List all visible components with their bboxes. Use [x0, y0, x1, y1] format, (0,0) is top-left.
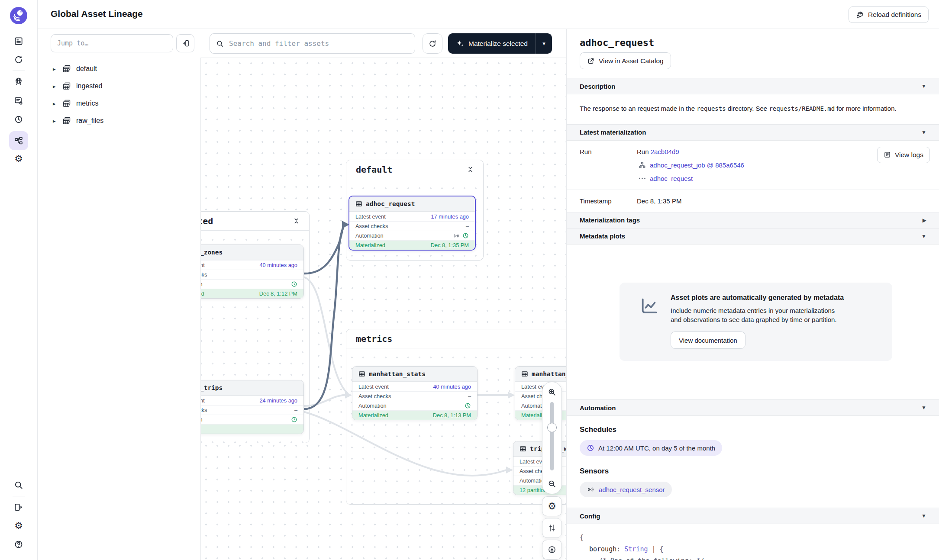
- download-image-button[interactable]: [542, 540, 562, 560]
- chevron-right-icon[interactable]: ▸: [53, 66, 59, 72]
- chevron-right-icon[interactable]: ▸: [53, 83, 59, 90]
- collapse-panel-button[interactable]: [176, 34, 194, 52]
- search-icon: [216, 40, 224, 48]
- run-row-label: Run: [567, 141, 627, 190]
- zoom-slider-track[interactable]: [550, 402, 554, 470]
- tree-item-ingested[interactable]: ▸ ingested: [37, 77, 200, 95]
- lineage-icon[interactable]: [13, 135, 24, 146]
- view-logs-label: View logs: [895, 151, 923, 159]
- chevron-down-icon: ▼: [921, 233, 926, 239]
- section-label: Description: [580, 83, 616, 90]
- tree-item-metrics[interactable]: ▸ metrics: [37, 95, 200, 112]
- view-documentation-label: View documentation: [679, 337, 737, 344]
- section-automation[interactable]: Automation ▼: [567, 399, 939, 416]
- schedules-heading: Schedules: [580, 425, 926, 434]
- view-logs-button[interactable]: View logs: [877, 147, 930, 163]
- filters-icon: [548, 524, 556, 532]
- schedule-label: At 12:00 AM UTC, on day 5 of the month: [598, 444, 715, 452]
- materialize-main[interactable]: Materialize selected: [448, 33, 536, 54]
- asset-node-taxi-zones[interactable]: taxi_zones Latest event40 minutes ago As…: [200, 245, 304, 299]
- view-documentation-button[interactable]: View documentation: [671, 331, 745, 349]
- row-label: Latest event: [355, 213, 386, 220]
- edge-zones-stats: [303, 277, 348, 393]
- tree-item-default[interactable]: ▸ default: [37, 60, 200, 77]
- asset-search-input[interactable]: [228, 39, 409, 48]
- status-value: Dec 8, 1:35 PM: [431, 242, 469, 248]
- search-icon[interactable]: [13, 480, 24, 490]
- asset-detail-panel: adhoc_request View in Asset Catalog Desc…: [566, 29, 939, 560]
- sensor-pill[interactable]: adhoc_request_sensor: [580, 482, 672, 497]
- download-icon: [548, 545, 556, 554]
- plots-empty-line2: and observations to see data graphed by …: [671, 315, 879, 325]
- run-id-link[interactable]: 2acb04d9: [651, 148, 679, 155]
- chevron-right-icon[interactable]: ▸: [53, 100, 59, 107]
- help-icon[interactable]: [13, 539, 24, 550]
- schedule-pill[interactable]: At 12:00 AM UTC, on day 5 of the month: [580, 440, 722, 456]
- deployment-gear-icon[interactable]: ⚙: [13, 154, 24, 164]
- schedule-clock-icon: [291, 281, 297, 287]
- op-link[interactable]: adhoc_request: [650, 175, 693, 182]
- chevron-down-icon: ▼: [921, 129, 926, 135]
- job-hierarchy-icon: [639, 161, 646, 169]
- tree-item-label: default: [76, 65, 97, 73]
- schedules-icon[interactable]: [13, 114, 24, 125]
- graph-settings-button[interactable]: ⚙: [542, 496, 562, 516]
- section-latest-materialization[interactable]: Latest materialization ▼: [567, 124, 939, 141]
- chevron-right-icon[interactable]: ▸: [53, 118, 59, 124]
- line-chart-icon: [639, 296, 659, 316]
- tree-item-raw-files[interactable]: ▸ raw_files: [37, 112, 200, 129]
- schedule-clock-icon: [465, 402, 471, 409]
- section-materialization-tags[interactable]: Materialization tags ▶: [567, 212, 939, 229]
- runs-icon[interactable]: [13, 55, 24, 65]
- config-line: {: [580, 532, 926, 544]
- row-value: –: [294, 271, 297, 278]
- zoom-out-icon[interactable]: [547, 479, 557, 489]
- top-header: Global Asset Lineage Reload definitions: [37, 0, 939, 29]
- zoom-in-icon[interactable]: [547, 387, 557, 397]
- reload-definitions-button[interactable]: Reload definitions: [849, 6, 929, 23]
- asset-name: taxi_zones: [200, 249, 223, 256]
- sensor-label: adhoc_request_sensor: [599, 486, 665, 493]
- code-inline: requests: [697, 105, 726, 112]
- config-line: borough: String | {: [589, 544, 926, 555]
- reload-cube-icon: [856, 11, 864, 19]
- asset-detail-title: adhoc_request: [580, 37, 926, 48]
- materialize-dropdown-caret[interactable]: ▾: [536, 33, 552, 54]
- lineage-edges: [200, 58, 566, 560]
- asset-node-taxi-trips[interactable]: taxi_trips Latest event24 minutes ago As…: [200, 380, 304, 434]
- sensor-icon: [453, 233, 460, 239]
- table-icon: [355, 200, 362, 207]
- refresh-button[interactable]: [423, 33, 442, 54]
- section-metadata-plots[interactable]: Metadata plots ▼: [567, 229, 939, 245]
- tree-item-label: raw_files: [76, 117, 103, 125]
- job-link[interactable]: adhoc_request_job @ 885a6546: [650, 161, 744, 169]
- edge-trips-weeks: [303, 412, 509, 476]
- zoom-slider-handle[interactable]: [547, 423, 557, 432]
- lineage-canvas[interactable]: ingested default metrics: [200, 58, 566, 560]
- settings-gear-icon[interactable]: ⚙: [13, 521, 24, 531]
- row-label: Latest event: [358, 383, 389, 390]
- status-value: Dec 8, 1:13 PM: [433, 412, 471, 418]
- asset-group-tree: ▸ default ▸ ingested ▸ metrics ▸ raw_fil…: [37, 60, 200, 129]
- sensor-icon: [587, 486, 595, 493]
- dagster-logo-icon[interactable]: [10, 7, 27, 24]
- automation-content: Schedules At 12:00 AM UTC, on day 5 of t…: [567, 416, 939, 508]
- row-value: 40 minutes ago: [433, 383, 471, 390]
- section-description[interactable]: Description ▼: [567, 78, 939, 94]
- graph-filters-button[interactable]: [542, 518, 562, 538]
- jobs-icon[interactable]: [13, 96, 24, 106]
- dagster-logo: [10, 7, 27, 24]
- chevron-down-icon: ▼: [921, 405, 926, 411]
- view-in-catalog-label: View in Asset Catalog: [599, 57, 664, 65]
- view-in-asset-catalog-button[interactable]: View in Asset Catalog: [580, 52, 671, 69]
- jump-to-input[interactable]: [51, 34, 173, 52]
- overview-icon[interactable]: [13, 36, 24, 46]
- asset-node-manhattan-stats[interactable]: manhattan_stats Latest event40 minutes a…: [352, 366, 478, 420]
- row-value: –: [294, 407, 297, 413]
- asset-catalog-icon[interactable]: [13, 76, 24, 87]
- section-config[interactable]: Config ▼: [567, 508, 939, 524]
- external-link-icon: [587, 57, 595, 65]
- materialize-selected-button[interactable]: Materialize selected ▾: [448, 33, 552, 54]
- asset-node-adhoc-request[interactable]: adhoc_request Latest event17 minutes ago…: [348, 196, 476, 251]
- expand-panel-icon[interactable]: [13, 502, 24, 512]
